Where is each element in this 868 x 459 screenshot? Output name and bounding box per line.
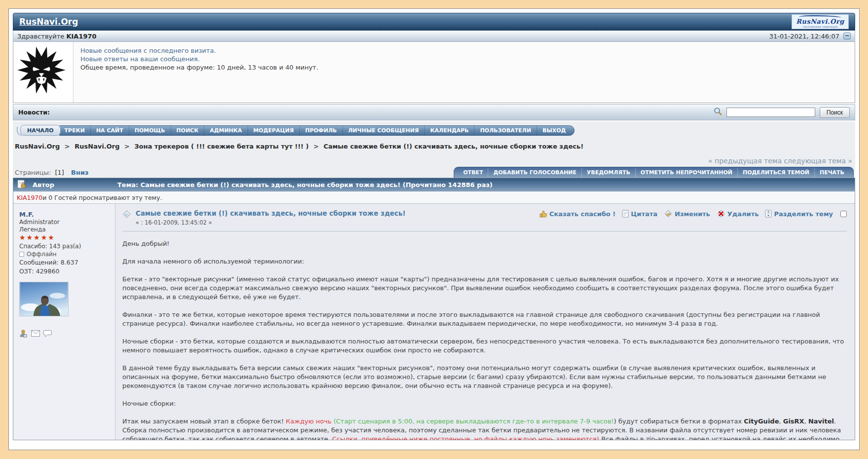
search-area: Поиск [714,107,850,118]
text-run: Итак мы запускаем новый этап в сборке бе… [122,418,286,425]
tab-logout[interactable]: ВЫХОД [537,125,571,136]
tab-search[interactable]: ПОИСК [171,125,204,136]
breadcrumb-board[interactable]: Зона трекеров ( !!! свежие бета карты ту… [135,143,309,150]
avatar [19,282,69,316]
post-paragraph: Итак мы запускаем новый этап в сборке бе… [122,417,847,440]
post-paragraph: День добрый! [122,239,847,248]
site-title-link[interactable]: RusNavi.Org [19,17,78,27]
text-run: ) будут собираться бетки в форматах [614,418,744,425]
post-paragraph: Ночные сборки: [122,399,847,408]
tab-users[interactable]: ПОЛЬЗОВАТЕЛИ [474,125,537,136]
search-input[interactable] [726,108,815,117]
post-paragraph: В данной теме буду выкладывать бета верс… [122,364,847,390]
tab-admin[interactable]: АДМИНКА [204,125,247,136]
email-icon[interactable] [31,330,40,337]
message-column: Самые свежие бетки (!) скачивать здесь, … [115,204,855,440]
pages-row: Страницы: [1] Вниз ОТВЕТ ДОБАВИТЬ ГОЛОСО… [13,167,855,178]
topic-prev-next: « предыдущая тема следующая тема » [13,157,852,165]
collapse-icon[interactable]: − [843,33,851,39]
tab-to-site[interactable]: НА САЙТ [90,125,129,136]
text-run-red: Каждую ночь [286,418,334,425]
viewers-text: и 0 Гостей просматривают эту тему. [42,194,162,201]
delete-icon [717,209,725,218]
tab-bar: ТРЕКИ НА САЙТ ПОМОЩЬ ПОИСК АДМИНКА МОДЕР… [59,125,575,136]
say-thanks-button[interactable]: Сказать спасибо ! [540,210,615,218]
say-thanks-label: Сказать спасибо ! [549,210,615,218]
news-label: Новости: [18,109,50,116]
message-bubble-icon[interactable] [43,330,52,338]
author-column-header: Автор [33,181,111,189]
pages-nav: Страницы: [1] Вниз [15,169,89,178]
poster-action-icons [19,329,111,338]
poster-column: M.F. Administrator Легенда ★★★★★ Спасибо… [13,204,115,440]
poster-rank: Легенда [19,226,111,233]
rusnavi-logo: RusNavi.Org спутниковая навигация [792,14,849,29]
next-topic-link[interactable]: следующая тема » [784,157,852,165]
post-row: M.F. Administrator Легенда ★★★★★ Спасибо… [13,204,855,440]
nav-tabs: НАЧАЛО ТРЕКИ НА САЙТ ПОМОЩЬ ПОИСК АДМИНК… [17,124,855,136]
split-topic-button[interactable]: Разделить тему [765,210,833,218]
previous-topic-link[interactable]: « предыдущая тема [708,157,782,165]
tab-home[interactable]: НАЧАЛО [20,125,61,136]
search-icon [714,107,722,117]
main-area: НАЧАЛО ТРЕКИ НА САЙТ ПОМОЩЬ ПОИСК АДМИНК… [13,121,855,410]
print-button[interactable]: ПЕЧАТЬ [814,168,849,178]
text-run-red: Ссылки, приведённые ниже постоянные, но … [332,435,600,440]
text-run-bold: CityGuide [744,418,779,425]
breadcrumb-forum[interactable]: RusNavi.Org [74,143,119,150]
new-messages-link[interactable]: Новые сообщения с последнего визита. [80,46,318,55]
breadcrumb-topic[interactable]: Самые свежие бетки (!) скачивать здесь, … [324,143,583,150]
text-run-bold: Navitel [808,418,834,425]
tab-private-messages[interactable]: ЛИЧНЫЕ СООБЩЕНИЯ [342,125,424,136]
view-profile-icon[interactable] [19,329,28,338]
greeting-prefix: Здравствуйте [17,33,66,40]
add-poll-button[interactable]: ДОБАВИТЬ ГОЛОСОВАНИЕ [488,168,581,178]
share-topic-button[interactable]: ПОДЕЛИТЬСЯ ТЕМОЙ [737,168,814,178]
text-run-green: (Старт сценария в 5:00, на сервере выкла… [333,418,614,425]
post-actions: Сказать спасибо ! Цитата [540,208,847,218]
greeting-text: Здравствуйте KIA1970 [17,33,97,40]
pages-label: Страницы: [15,169,51,176]
reply-button[interactable]: ОТВЕТ [458,168,488,178]
topic-button-bar: ОТВЕТ ДОБАВИТЬ ГОЛОСОВАНИЕ УВЕДОМЛЯТЬ ОТ… [454,167,854,178]
breadcrumb: RusNavi.Org > RusNavi.Org > Зона трекеро… [15,143,855,150]
notify-button[interactable]: УВЕДОМЛЯТЬ [581,168,635,178]
quote-button[interactable]: Цитата [622,210,657,218]
thread-table: Автор Тема: Самые свежие бетки (!) скачи… [13,178,855,440]
post-paragraph: Бетки - это "векторные рисунки" (именно … [122,275,847,302]
post-header: Самые свежие бетки (!) скачивать здесь, … [122,208,847,226]
quote-label: Цитата [631,210,657,218]
poster-name-link[interactable]: M.F. [19,211,34,218]
post-paragraph: Финалки - это те же бетки, которые некот… [122,310,847,328]
post-divider [122,231,847,231]
tab-profile[interactable]: ПРОФИЛЬ [299,125,342,136]
forum-page: RusNavi.Org RusNavi.Org спутниковая нави… [8,8,860,450]
delete-button[interactable]: Удалить [717,209,759,218]
select-post-checkbox[interactable] [840,211,847,217]
post-date: « : 16-01-2009, 13:45:02 » [136,219,405,226]
user-info-box: Новые сообщения с последнего визита. Нов… [13,42,855,103]
breadcrumb-separator: > [65,143,70,150]
post-body: День добрый! Для начала немного об испол… [122,239,847,440]
new-replies-link[interactable]: Новые ответы на ваши сообщения. [80,55,318,63]
tab-moderation[interactable]: МОДЕРАЦИЯ [248,125,299,136]
breadcrumb-root[interactable]: RusNavi.Org [15,143,60,150]
tab-help[interactable]: ПОМОЩЬ [129,125,171,136]
news-bar: Новости: Поиск [13,104,855,120]
modify-button[interactable]: Изменить [664,209,710,218]
text-run: , [779,418,783,425]
viewer-username-link[interactable]: KIA1970 [17,194,42,201]
logo-text: RusNavi.Org [796,18,844,25]
split-topic-label: Разделить тему [774,210,833,218]
rank-stars: ★★★★★ [19,233,111,241]
logo-subtext: спутниковая навигация [802,26,837,28]
current-username: KIA1970 [66,33,96,40]
tab-calendar[interactable]: КАЛЕНДАРЬ [424,125,474,136]
post-title-link[interactable]: Самые свежие бетки (!) скачивать здесь, … [136,209,405,217]
current-page-number: [1] [55,169,64,176]
go-down-link[interactable]: Вниз [71,169,89,176]
search-button[interactable]: Поиск [820,107,850,118]
tab-tracks[interactable]: ТРЕКИ [59,125,90,136]
mark-unread-button[interactable]: ОТМЕТИТЬ НЕПРОЧИТАННОЙ [635,168,737,178]
topic-lock-page-icon [17,180,26,191]
